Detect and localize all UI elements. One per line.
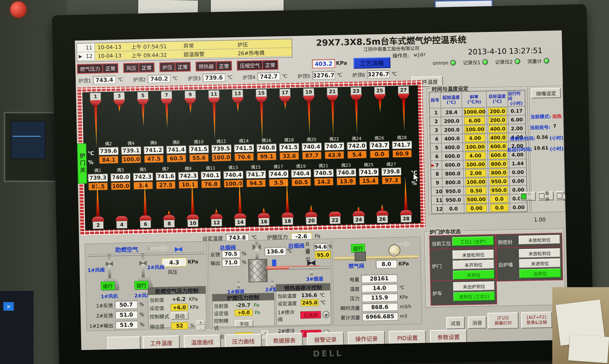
system-button[interactable]: [ALT+F2] 登录&注销: [521, 312, 552, 328]
schedule-target-input[interactable]: 950.0: [490, 186, 508, 194]
schedule-target-input[interactable]: 0.0: [490, 195, 508, 203]
schedule-target-cell[interactable]: 800.0: [488, 168, 509, 177]
schedule-target-input[interactable]: 200.0: [489, 116, 507, 124]
schedule-target-cell[interactable]: 200.0: [487, 107, 508, 116]
schedule-rate-input[interactable]: 100.00: [465, 178, 486, 186]
bottom-menu-button[interactable]: PID设置: [389, 330, 426, 345]
output-plus-button[interactable]: +: [197, 320, 205, 325]
set-value-input[interactable]: +6.0: [171, 304, 188, 311]
alarm-row-index: 11: [83, 43, 95, 52]
schedule-rate-cell[interactable]: 100.00: [463, 160, 488, 169]
schedule-seg-cell: 5: [430, 143, 441, 152]
current-value: -29.7: [235, 302, 252, 308]
schedule-target-cell[interactable]: 0.0: [489, 195, 510, 203]
schedule-target-cell[interactable]: 400.0: [487, 124, 508, 133]
roof-temp-label: 炉顶2: [133, 76, 146, 83]
schedule-rate-cell[interactable]: 500.00: [464, 195, 489, 204]
readout-unit: %: [139, 301, 144, 307]
schedule-rate-input[interactable]: 500.00: [466, 195, 487, 203]
schedule-rate-cell[interactable]: 4.00: [463, 134, 487, 143]
bottom-menu-button[interactable]: 参数设置: [430, 329, 467, 344]
schedule-target-input[interactable]: 600.0: [489, 143, 507, 150]
schedule-target-cell[interactable]: 400.0: [487, 133, 508, 142]
readout-label: 1#反馈: [89, 301, 113, 309]
schedule-rate-input[interactable]: 2.00: [465, 169, 486, 177]
mode-button[interactable]: 自动: [171, 312, 189, 320]
schedule-rate-cell[interactable]: 2.00: [463, 169, 488, 178]
set-value-input[interactable]: +0.0: [235, 309, 253, 316]
air-valve-icon[interactable]: [175, 247, 183, 252]
schedule-target-input[interactable]: 800.0: [490, 160, 507, 168]
system-button[interactable]: [F10] 屏幕打印: [487, 312, 519, 329]
schedule-rate-input[interactable]: 100.00: [465, 143, 486, 151]
readout-label: 累计流量: [336, 313, 360, 321]
run-checkbox[interactable]: 运行: [520, 192, 536, 201]
schedule-target-input[interactable]: 800.0: [490, 169, 508, 177]
schedule-start-cell: 950.0: [443, 195, 464, 204]
schedule-rate-input[interactable]: 0.00: [466, 204, 487, 212]
schedule-seg-cell: 4: [430, 135, 441, 143]
pause-checkbox[interactable]: 暂停: [538, 191, 554, 201]
bottom-menu-button-partial[interactable]: [107, 336, 141, 350]
bottom-menu-button[interactable]: 操作记录: [348, 331, 385, 346]
burner-port-icon: [160, 99, 173, 104]
schedule-target-input[interactable]: 950.0: [490, 178, 508, 185]
gas-valve-icon[interactable]: [355, 252, 366, 261]
status-indicator: 炉压 正常: [159, 62, 191, 72]
bottom-menu-button[interactable]: 数据报表: [266, 333, 303, 348]
schedule-target-input[interactable]: 200.0: [488, 107, 506, 115]
sound-button[interactable]: 试音: [446, 317, 465, 329]
schedule-rate-input[interactable]: 0.50: [466, 187, 486, 195]
schedule-rate-cell[interactable]: 1000.00: [462, 107, 487, 116]
schedule-rate-input[interactable]: 100.00: [464, 125, 485, 133]
laptop-screen: ×: [0, 291, 34, 364]
schedule-rate-cell[interactable]: 0.00: [464, 204, 489, 213]
burner-setting-button[interactable]: 烧嘴设定: [531, 88, 561, 98]
mode-button[interactable]: 手动: [235, 320, 253, 327]
schedule-target-input[interactable]: 400.0: [489, 125, 507, 133]
valve1-indicator-icon[interactable]: ◉: [323, 311, 330, 318]
status-box: 未进到位: [519, 258, 561, 268]
schedule-target-input[interactable]: 600.0: [489, 151, 507, 159]
output-minus-button[interactable]: -: [197, 325, 205, 330]
schedule-rate-input[interactable]: 4.00: [465, 152, 486, 159]
process-flow-button[interactable]: 工艺流程: [353, 57, 390, 69]
schedule-rate-cell[interactable]: 100.00: [463, 143, 487, 151]
schedule-rate-cell[interactable]: 100.00: [464, 177, 488, 186]
alarm-list[interactable]: 11 10-04-13 上午 07:54:51 异常 炉压 ▶ 12 10-04…: [77, 39, 292, 62]
schedule-hours-cell: 0.00: [510, 177, 527, 185]
schedule-target-cell[interactable]: 0.0: [489, 203, 510, 212]
schedule-rate-input[interactable]: 6.00: [464, 117, 485, 124]
schedule-rate-input[interactable]: 4.00: [464, 134, 485, 142]
fan1-label: 1#风机: [101, 292, 118, 299]
schedule-target-cell[interactable]: 950.0: [488, 177, 509, 186]
current-label: 当前值: [214, 302, 233, 309]
bottom-menu-button[interactable]: 工件温度: [143, 335, 180, 350]
device-led-label: 流量计: [527, 57, 542, 65]
sound-button[interactable]: 消音: [468, 316, 487, 329]
door-car-status-title: 炉门炉车状态: [428, 227, 463, 235]
schedule-target-input[interactable]: 400.0: [489, 134, 507, 142]
thermocouple-label: 偶4: [127, 140, 134, 146]
schedule-rate-input[interactable]: 1000.00: [464, 108, 485, 116]
schedule-target-cell[interactable]: 800.0: [488, 159, 509, 168]
schedule-target-cell[interactable]: 600.0: [488, 142, 509, 151]
alarm-row-date: 10-04-13: [95, 44, 131, 51]
output-value-input[interactable]: 52: [171, 322, 188, 329]
bottom-menu-button[interactable]: 温度曲线: [184, 335, 221, 350]
bottom-menu-button[interactable]: 压力曲线: [225, 334, 262, 349]
set-temp-input[interactable]: 245.0: [301, 299, 319, 306]
schedule-rate-cell[interactable]: 6.00: [462, 116, 487, 125]
schedule-rate-cell[interactable]: 0.50: [464, 186, 488, 195]
stop-checkbox[interactable]: 停止: [556, 191, 568, 200]
schedule-rate-input[interactable]: 100.00: [465, 160, 486, 168]
schedule-target-cell[interactable]: 600.0: [488, 151, 509, 159]
schedule-rate-cell[interactable]: 100.00: [463, 125, 487, 134]
schedule-rate-cell[interactable]: 4.00: [463, 151, 488, 160]
bottom-menu-button[interactable]: 报警记录: [307, 332, 344, 347]
set-unit: Pa: [254, 310, 260, 315]
thermocouple-label: 偶14: [239, 138, 249, 144]
schedule-target-input[interactable]: 0.0: [490, 204, 508, 212]
schedule-target-cell[interactable]: 950.0: [489, 186, 510, 195]
schedule-target-cell[interactable]: 200.0: [487, 116, 508, 124]
